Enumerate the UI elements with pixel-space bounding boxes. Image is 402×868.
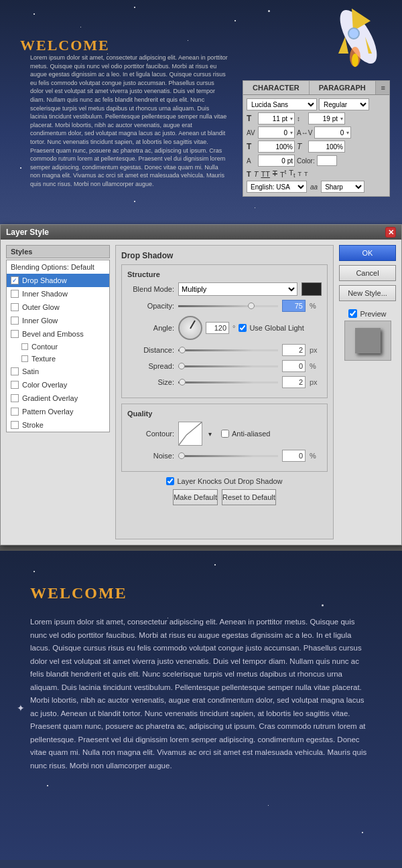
vscale-input[interactable]: 100%	[258, 141, 295, 153]
leading-input[interactable]: 19 pt ▾	[308, 112, 345, 124]
inner-glow-checkbox[interactable]	[11, 317, 19, 325]
dialog-close-button[interactable]: ✕	[385, 227, 396, 238]
distance-label: Distance:	[127, 346, 174, 354]
ok-button[interactable]: OK	[339, 245, 396, 261]
baseline-input[interactable]: 0 pt	[258, 155, 295, 167]
font-style-select[interactable]: Regular	[319, 98, 369, 110]
bottom-content-wrapper: ✦ Lorem ipsum dolor sit amet, consectetu…	[0, 616, 402, 773]
satin-checkbox[interactable]	[11, 367, 19, 375]
angle-input[interactable]: 120	[206, 322, 229, 334]
opacity-input[interactable]: 75	[282, 300, 306, 312]
spread-input[interactable]: 0	[282, 360, 306, 372]
texture-checkbox[interactable]	[21, 355, 28, 362]
style-item-gradient-overlay[interactable]: Gradient Overlay	[7, 392, 109, 405]
distance-input[interactable]: 2	[282, 344, 306, 356]
cancel-button[interactable]: Cancel	[339, 265, 396, 281]
distance-slider[interactable]	[178, 349, 278, 351]
hscale-input[interactable]: 100%	[308, 141, 345, 153]
structure-section: Structure Blend Mode: Multiply Opacity:	[121, 264, 328, 398]
drop-shadow-options: Drop Shadow Structure Blend Mode: Multip…	[115, 245, 334, 539]
smallcaps-sym[interactable]: T	[304, 171, 308, 177]
opacity-label: Opacity:	[127, 302, 174, 310]
drop-shadow-checkbox[interactable]	[11, 276, 19, 284]
bevel-emboss-checkbox[interactable]	[11, 330, 19, 338]
font-family-select[interactable]: Lucida Sans	[247, 98, 317, 110]
blend-mode-label: Blend Mode:	[127, 285, 174, 293]
style-label-pattern-overlay: Pattern Overlay	[22, 408, 73, 416]
style-item-inner-glow[interactable]: Inner Glow	[7, 314, 109, 327]
style-item-bevel-emboss[interactable]: Bevel and Emboss	[7, 327, 109, 341]
preview-box	[344, 321, 391, 361]
size-input[interactable]: 2	[282, 376, 306, 388]
contour-dropdown-arrow[interactable]: ▾	[208, 430, 212, 438]
layer-knocks-text: Layer Knocks Out Drop Shadow	[177, 477, 282, 485]
noise-slider[interactable]	[178, 455, 278, 457]
make-default-button[interactable]: Make Default	[173, 489, 218, 505]
allcaps-sym[interactable]: T	[297, 171, 302, 177]
style-label-texture: Texture	[31, 355, 56, 363]
bold-sym[interactable]: T	[247, 170, 251, 178]
style-item-color-overlay[interactable]: Color Overlay	[7, 378, 109, 392]
stroke-checkbox[interactable]	[11, 421, 19, 429]
style-item-texture[interactable]: Texture	[7, 353, 109, 365]
preview-inner	[355, 328, 381, 353]
angle-row: Angle: 120 ° Use Global Light	[127, 316, 322, 340]
preview-label: Preview	[360, 310, 386, 318]
style-item-pattern-overlay[interactable]: Pattern Overlay	[7, 405, 109, 418]
color-swatch[interactable]	[317, 155, 337, 166]
superscript-sym[interactable]: Tt	[280, 169, 286, 179]
char-panel-menu-icon[interactable]: ≡	[377, 81, 389, 94]
spread-slider-container	[178, 365, 278, 367]
opacity-unit: %	[310, 302, 322, 310]
contour-preview[interactable]	[178, 422, 202, 446]
style-item-contour[interactable]: Contour	[7, 341, 109, 353]
reset-to-default-button[interactable]: Reset to Default	[222, 489, 276, 505]
style-item-satin[interactable]: Satin	[7, 365, 109, 378]
size-slider[interactable]	[178, 381, 278, 383]
gradient-overlay-checkbox[interactable]	[11, 394, 19, 402]
layer-knocks-checkbox[interactable]	[166, 477, 174, 485]
style-item-drop-shadow[interactable]: Drop Shadow	[7, 274, 109, 287]
language-select[interactable]: English: USA	[247, 181, 307, 193]
underline-sym[interactable]: TT	[261, 170, 269, 178]
angle-label: Angle:	[127, 324, 174, 332]
size-input[interactable]: 11 pt ▾	[258, 112, 295, 124]
layer-knocks-row: Layer Knocks Out Drop Shadow	[121, 477, 328, 485]
color-overlay-checkbox[interactable]	[11, 381, 19, 389]
new-style-button[interactable]: New Style...	[339, 285, 396, 301]
preview-section: Preview	[339, 309, 396, 361]
angle-dial[interactable]	[178, 316, 202, 340]
distance-row: Distance: 2 px	[127, 344, 322, 356]
dialog-body: Styles Blending Options: Default Drop Sh…	[1, 240, 401, 545]
antialiasing-select[interactable]: Sharp	[321, 181, 364, 193]
spread-slider[interactable]	[178, 365, 278, 367]
anti-aliased-checkbox[interactable]	[221, 430, 229, 438]
inner-shadow-checkbox[interactable]	[11, 290, 19, 298]
outer-glow-checkbox[interactable]	[11, 303, 19, 311]
strikethrough-sym[interactable]: T̶	[273, 169, 277, 178]
blend-mode-select[interactable]: Multiply	[178, 282, 297, 296]
style-item-blending-options[interactable]: Blending Options: Default	[7, 260, 109, 274]
size-label: Size:	[127, 378, 174, 386]
italic-sym[interactable]: T	[254, 170, 259, 178]
contour-checkbox[interactable]	[21, 343, 28, 350]
tracking-input[interactable]: 0 ▾	[314, 126, 351, 139]
preview-checkbox[interactable]	[348, 309, 357, 318]
style-item-stroke[interactable]: Stroke	[7, 418, 109, 432]
top-text-content: Lorem ipsum dolor sit amet, consectetur …	[30, 54, 228, 214]
opacity-slider[interactable]	[178, 305, 278, 307]
style-label-stroke: Stroke	[22, 421, 44, 429]
kerning-input[interactable]: 0 ▾	[258, 126, 295, 139]
tab-character[interactable]: CHARACTER	[243, 81, 310, 94]
style-item-outer-glow[interactable]: Outer Glow	[7, 300, 109, 314]
style-label-contour: Contour	[31, 343, 58, 351]
subscript-sym[interactable]: Tt	[289, 169, 295, 179]
pattern-overlay-checkbox[interactable]	[11, 408, 19, 416]
style-item-inner-shadow[interactable]: Inner Shadow	[7, 287, 109, 300]
lang-row: English: USA aa Sharp	[247, 181, 386, 193]
section-divider	[0, 545, 402, 551]
noise-input[interactable]: 0	[282, 450, 306, 462]
global-light-checkbox[interactable]	[239, 324, 247, 332]
shadow-color-swatch[interactable]	[302, 282, 322, 296]
tab-paragraph[interactable]: PARAGRAPH	[310, 81, 376, 94]
